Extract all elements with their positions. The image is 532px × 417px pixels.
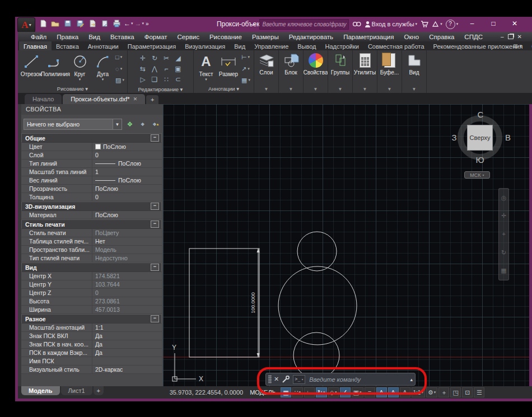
property-value-cell[interactable]: 2D-каркас xyxy=(92,366,162,373)
property-row[interactable]: − Ширина 457.0013 xyxy=(21,306,162,314)
property-value-cell[interactable]: 0 xyxy=(92,289,162,297)
ribbon-minimize-control[interactable]: ▤▾ xyxy=(513,41,522,50)
viewcube-face[interactable]: Сверху xyxy=(467,125,493,151)
nav-wheel-icon[interactable]: ◎ xyxy=(501,194,507,202)
modify-tool-icon[interactable]: ✛ xyxy=(137,53,148,63)
panel-clipboard[interactable]: Буфе... ▾ xyxy=(377,50,402,93)
line-button[interactable]: Отрезок xyxy=(20,51,43,86)
collapse-section-icon[interactable]: − xyxy=(151,203,159,210)
chevron-down-icon[interactable]: ▾ xyxy=(279,86,303,93)
modify-tool-icon[interactable]: ⌐ xyxy=(161,64,172,74)
annotation-tool-icon[interactable]: ▦▾ xyxy=(241,76,250,84)
panel-modify-title[interactable]: Редактирование ▾ xyxy=(128,86,193,93)
lineweight-display[interactable]: ≡ ▾ xyxy=(365,387,375,397)
property-row[interactable]: − Прозрачность ПоСлою xyxy=(21,185,162,193)
property-row[interactable]: − Материал ПоСлою xyxy=(21,211,162,219)
menu-item[interactable]: Параметризация xyxy=(338,34,399,40)
chevron-down-icon[interactable]: ▾ xyxy=(120,53,123,61)
ribbon-tab[interactable]: СПДС 2019 xyxy=(527,41,532,50)
property-row[interactable]: − Вес линий ПоСлою xyxy=(21,176,162,185)
menu-item[interactable]: Правка xyxy=(52,34,83,40)
collapse-section-icon[interactable]: − xyxy=(151,221,159,228)
selection-combo[interactable]: Ничего не выбрано ▼ xyxy=(24,119,122,130)
new-tab-button[interactable]: + xyxy=(146,95,158,104)
chevron-down-icon[interactable]: ▾ xyxy=(353,86,377,93)
chevron-down-icon[interactable]: ▾ xyxy=(79,77,81,82)
property-row[interactable]: − Тип стилей печати Недоступно xyxy=(21,254,162,263)
close-tab-icon[interactable]: ✕ xyxy=(133,96,138,102)
property-value-cell[interactable]: Недоступно xyxy=(92,254,162,262)
property-row[interactable]: − Высота 273.0861 xyxy=(21,297,162,306)
file-tab-current[interactable]: Прокси-объекты.dxf* ✕ xyxy=(63,94,145,104)
panel-block[interactable]: Блок ▾ xyxy=(279,50,304,93)
dimension-button[interactable]: Размер xyxy=(217,51,240,86)
property-value-cell[interactable]: Модель xyxy=(92,246,162,254)
customization-menu[interactable]: ☰ ▾ xyxy=(474,387,484,397)
property-value-cell[interactable]: 1:1 xyxy=(92,324,162,331)
property-row[interactable]: − Имя ПСК xyxy=(21,357,162,366)
property-row[interactable]: − ПСК в каждом Вэкр... Да xyxy=(21,349,162,357)
modify-tool-icon[interactable]: ▣ xyxy=(172,64,184,74)
menu-item[interactable]: Рисование xyxy=(204,34,247,40)
close-icon[interactable]: ✕ xyxy=(274,376,279,383)
property-value-cell[interactable]: 1 xyxy=(92,168,162,176)
modify-tool-icon[interactable]: ∷ xyxy=(161,74,172,85)
select-objects-icon[interactable]: ⌖ xyxy=(138,119,148,129)
chevron-down-icon[interactable]: ▼ xyxy=(113,119,122,129)
ortho-mode[interactable]: ∟ ▾ xyxy=(304,387,315,397)
showmotion-icon[interactable]: ▦ xyxy=(501,267,506,274)
property-value-cell[interactable]: Да xyxy=(92,332,162,340)
drawing-canvas[interactable]: 100.0000XY Сверху С В Ю З МСК ▾ ◎ ✛ ⌖ ↻ … xyxy=(163,104,529,386)
panel-view[interactable]: Вид ▾ xyxy=(402,50,427,93)
menu-item[interactable]: Сервис xyxy=(172,34,204,40)
modify-tool-icon[interactable]: ⋀ xyxy=(149,64,160,74)
menu-item[interactable]: Вставка xyxy=(105,34,139,40)
draw-tool-icon[interactable]: ◌▾ xyxy=(115,65,124,73)
wrench-icon[interactable] xyxy=(282,376,290,383)
chevron-down-icon[interactable]: ▾ xyxy=(328,86,352,93)
modify-tool-icon[interactable]: ⊂ xyxy=(172,74,184,85)
mdi-close-icon[interactable]: ✕ xyxy=(517,34,522,40)
annotation-flag[interactable]: Λ ▾ xyxy=(400,387,410,397)
menu-item[interactable]: Файл xyxy=(26,34,52,40)
menu-item[interactable]: СПДС xyxy=(459,34,488,40)
collapse-section-icon[interactable]: − xyxy=(151,134,159,142)
viewcube-north[interactable]: С xyxy=(476,110,485,119)
property-value-cell[interactable]: ПоСлою xyxy=(92,185,162,193)
property-row[interactable]: − Слой 0 xyxy=(21,151,162,160)
ribbon-tab[interactable]: Вид xyxy=(230,41,250,50)
new-layout-button[interactable]: + xyxy=(94,386,104,395)
text-button[interactable]: А Текст ▾ xyxy=(195,51,217,86)
chevron-down-icon[interactable]: ▾ xyxy=(254,86,278,93)
collapse-section-icon[interactable]: − xyxy=(151,264,159,271)
menu-item[interactable]: Редактировать xyxy=(284,34,338,40)
property-value-cell[interactable]: 0 xyxy=(92,151,162,159)
circle-button[interactable]: Круг ▾ xyxy=(68,51,91,86)
property-value-cell[interactable]: ПоСлою xyxy=(92,143,162,151)
annotation-monitor[interactable]: ＋ ▾ xyxy=(438,387,449,397)
chevron-down-icon[interactable]: ▾ xyxy=(248,76,250,84)
pan-hand-icon[interactable]: ✛ xyxy=(501,212,506,219)
chevron-down-icon[interactable]: ▾ xyxy=(402,86,426,93)
property-row[interactable]: − Цвет ПоСлою xyxy=(21,143,162,151)
modify-tool-icon[interactable]: ❏ xyxy=(149,74,160,85)
ribbon-tab[interactable]: Вставка xyxy=(52,41,83,50)
property-value-cell[interactable]: 174.5821 xyxy=(92,272,162,280)
annotation-tool-icon[interactable]: ↗▾ xyxy=(241,65,250,73)
model-space-button[interactable]: МОДЕЛЬ xyxy=(250,389,276,396)
mdi-minimize-icon[interactable]: – xyxy=(501,34,504,40)
recent-commands-button[interactable]: >_▾ xyxy=(293,375,305,384)
chevron-down-icon[interactable]: ▾ xyxy=(248,65,250,73)
panel-groups[interactable]: Группы ▾ xyxy=(328,50,353,93)
viewcube-south[interactable]: Ю xyxy=(475,155,484,165)
property-value-cell[interactable]: 103.7644 xyxy=(92,280,162,288)
property-value-cell[interactable]: 457.0013 xyxy=(92,306,162,313)
property-row[interactable]: − Знак ПСК ВКЛ Да xyxy=(21,332,162,340)
modify-tool-icon[interactable]: ↻ xyxy=(149,53,160,63)
layout1-tab[interactable]: Лист1 xyxy=(61,386,92,395)
collapse-section-icon[interactable]: − xyxy=(151,315,159,322)
modify-tool-icon[interactable]: ✂ xyxy=(161,53,172,63)
grid-display[interactable]: ▦ ▾ xyxy=(281,387,291,397)
polar-tracking[interactable]: ↻ ▾ xyxy=(316,387,327,397)
chevron-down-icon[interactable]: ▾ xyxy=(123,76,125,84)
